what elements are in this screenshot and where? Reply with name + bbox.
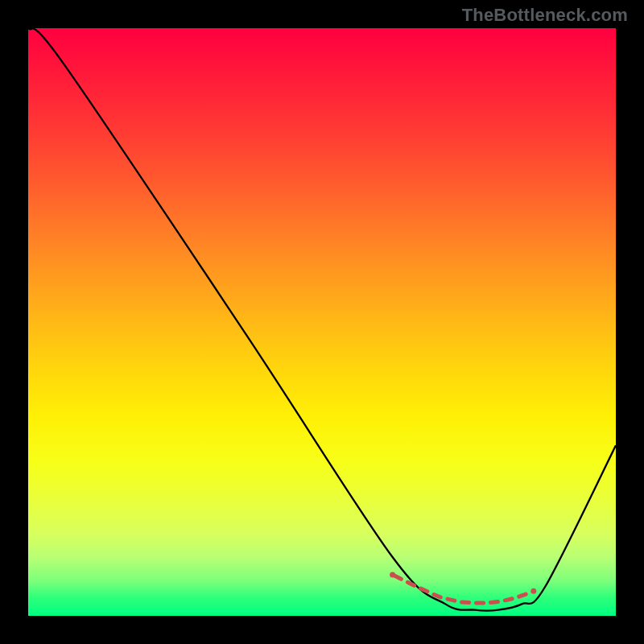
optimal-zone-marker (390, 572, 536, 603)
plot-area (28, 28, 616, 616)
optimal-zone-dash (421, 588, 427, 592)
chart-frame: TheBottleneck.com (0, 0, 644, 644)
optimal-zone-dash (519, 594, 526, 597)
bottleneck-curve (28, 28, 616, 611)
optimal-zone-dash (394, 576, 401, 579)
optimal-zone-dash (491, 602, 498, 603)
optimal-zone-endpoint (390, 572, 395, 577)
chart-svg (28, 28, 616, 616)
optimal-zone-dash (505, 599, 512, 601)
attribution-text: TheBottleneck.com (462, 5, 628, 26)
optimal-zone-endpoint (530, 588, 536, 594)
optimal-zone-dash (462, 602, 469, 603)
optimal-zone-dash (448, 599, 455, 601)
optimal-zone-dash (434, 594, 440, 597)
